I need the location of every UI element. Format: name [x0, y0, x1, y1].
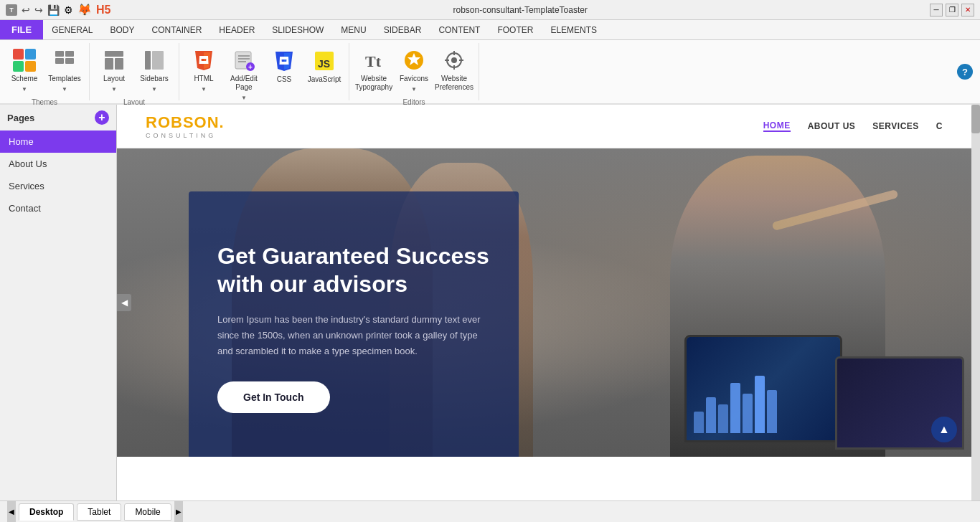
ribbon-group-layout: Layout ▼ Sidebars ▼ Layout — [90, 43, 179, 100]
firefox-icon[interactable]: 🦊 — [77, 3, 92, 16]
menu-header[interactable]: HEADER — [210, 20, 263, 39]
css-label: CSS — [277, 75, 292, 84]
templates-icon — [53, 49, 76, 72]
favicons-button[interactable]: Favicons ▼ — [395, 46, 433, 95]
hero-overlay: Get Guaranteed Success with our advisors… — [189, 191, 519, 457]
save-icon[interactable]: 💾 — [47, 4, 60, 16]
svg-rect-7 — [145, 51, 151, 70]
site-logo: ROBSON. CONSULTING — [146, 113, 225, 139]
addedit-icon: + — [232, 49, 255, 72]
page-item-services[interactable]: Services — [0, 175, 116, 197]
ribbon-group-cms: HTML ▼ + Add/Edit Page ▼ — [179, 43, 349, 100]
hero-cta-button[interactable]: Get In Touch — [217, 381, 330, 413]
logo-text: ROBSON — [146, 113, 220, 131]
redo-icon[interactable]: ↪ — [34, 4, 43, 16]
preferences-label: Website Preferences — [435, 75, 473, 92]
laptop-1 — [684, 335, 842, 442]
title-bar: T ↩ ↪ 💾 ⚙ 🦊 H5 robson-consultant-Templat… — [0, 0, 980, 20]
svg-rect-5 — [105, 58, 113, 70]
sidebar-toggle-button[interactable]: ◀ — [117, 294, 131, 311]
website-preview: ROBSON. CONSULTING HOME ABOUT US SERVICE… — [117, 105, 971, 500]
css-button[interactable]: CSS — [265, 46, 303, 87]
templates-label: Templates — [48, 75, 81, 83]
website-typography-button[interactable]: Tt Website Typography — [355, 46, 392, 95]
nav-link-services[interactable]: SERVICES — [872, 121, 918, 131]
menu-general[interactable]: GENERAL — [43, 20, 101, 39]
ribbon-cms-items: HTML ▼ + Add/Edit Page ▼ — [185, 46, 343, 104]
scroll-left-arrow[interactable]: ◀ — [7, 501, 16, 522]
menu-elements[interactable]: ELEMENTS — [542, 20, 606, 39]
ribbon-layout-items: Layout ▼ Sidebars ▼ — [95, 46, 173, 95]
ribbon-group-editors: Tt Website Typography Favicons ▼ — [349, 43, 479, 100]
typography-label: Website Typography — [355, 75, 392, 92]
nav-link-more[interactable]: C — [936, 121, 943, 131]
scheme-button[interactable]: Scheme ▼ — [6, 46, 43, 95]
svg-rect-0 — [55, 51, 64, 57]
ribbon-help: ? — [950, 43, 980, 100]
pages-header: Pages + — [0, 105, 116, 130]
layout-button[interactable]: Layout ▼ — [95, 46, 133, 95]
vertical-scrollbar[interactable] — [971, 105, 980, 500]
svg-rect-8 — [152, 51, 164, 70]
scheme-label: Scheme — [11, 75, 38, 83]
site-navigation: ROBSON. CONSULTING HOME ABOUT US SERVICE… — [117, 105, 971, 148]
menu-menu[interactable]: MENU — [332, 20, 374, 39]
restore-button[interactable]: ❐ — [946, 4, 958, 16]
help-button[interactable]: ? — [957, 64, 973, 80]
templates-button[interactable]: Templates ▼ — [46, 46, 83, 95]
scheme-icon — [13, 49, 36, 72]
vertical-scrollbar-thumb[interactable] — [971, 105, 980, 133]
hero-body: Lorem Ipsum has been the industry's stan… — [217, 312, 490, 359]
layout-label: Layout — [103, 75, 125, 83]
javascript-button[interactable]: JS JavaScript — [306, 46, 343, 87]
sidebars-icon — [143, 49, 166, 72]
javascript-icon: JS — [313, 49, 336, 72]
tab-mobile[interactable]: Mobile — [124, 503, 171, 521]
tab-tablet[interactable]: Tablet — [77, 503, 121, 521]
menu-slideshow[interactable]: SLIDESHOW — [263, 20, 332, 39]
add-page-button[interactable]: + — [95, 110, 109, 125]
bottom-bar: ◀ Desktop Tablet Mobile ▶ — [0, 500, 980, 522]
favicons-label: Favicons — [400, 75, 428, 83]
page-item-home[interactable]: Home — [0, 130, 116, 153]
scroll-right-arrow[interactable]: ▶ — [174, 501, 183, 522]
nav-link-about[interactable]: ABOUT US — [808, 121, 856, 131]
nav-link-home[interactable]: HOME — [763, 120, 791, 132]
website-preferences-button[interactable]: Website Preferences — [435, 46, 473, 95]
html-icon — [192, 49, 215, 72]
page-item-contact[interactable]: Contact — [0, 197, 116, 219]
menu-body[interactable]: BODY — [102, 20, 143, 39]
menu-file[interactable]: FILE — [0, 20, 43, 39]
undo-icon[interactable]: ↩ — [22, 4, 30, 16]
hero-title: Get Guaranteed Success with our advisors — [217, 242, 490, 298]
sidebars-label: Sidebars — [140, 75, 168, 83]
svg-rect-2 — [55, 58, 64, 64]
menu-content[interactable]: CONTENT — [430, 20, 489, 39]
svg-rect-1 — [65, 51, 74, 57]
hero-section: Get Guaranteed Success with our advisors… — [117, 148, 971, 457]
svg-text:+: + — [248, 63, 253, 71]
settings-icon[interactable]: ⚙ — [64, 4, 73, 16]
html-button[interactable]: HTML ▼ — [185, 46, 222, 95]
javascript-label: JavaScript — [308, 75, 341, 84]
layout-icon — [103, 49, 126, 72]
menu-sidebar[interactable]: SIDEBAR — [375, 20, 430, 39]
svg-rect-4 — [105, 51, 123, 57]
hero-devices — [598, 321, 971, 457]
scroll-to-top-button[interactable]: ▲ — [931, 417, 957, 442]
menu-container[interactable]: CONTAINER — [143, 20, 211, 39]
svg-text:Tt: Tt — [365, 52, 382, 70]
html5-icon[interactable]: H5 — [96, 4, 110, 16]
pages-title: Pages — [7, 113, 34, 123]
tab-desktop[interactable]: Desktop — [19, 503, 74, 521]
minimize-button[interactable]: ─ — [930, 4, 943, 16]
page-item-about[interactable]: About Us — [0, 153, 116, 175]
logo-dot: . — [220, 113, 225, 131]
close-button[interactable]: ✕ — [961, 4, 974, 16]
menu-footer[interactable]: FOOTER — [489, 20, 542, 39]
favicons-icon — [402, 49, 425, 72]
window-controls[interactable]: ─ ❐ ✕ — [930, 4, 974, 16]
left-sidebar: Pages + Home About Us Services Contact — [0, 105, 117, 500]
sidebars-button[interactable]: Sidebars ▼ — [136, 46, 173, 95]
addedit-button[interactable]: + Add/Edit Page ▼ — [225, 46, 263, 104]
